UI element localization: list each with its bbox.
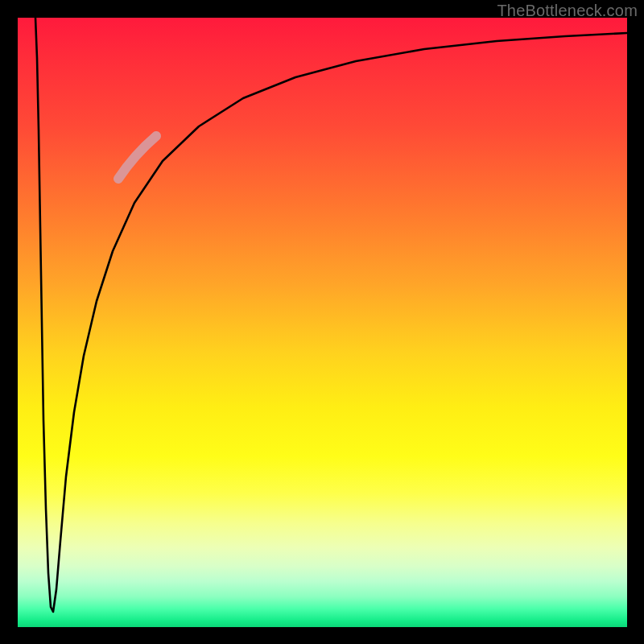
curve-layer [18,18,627,627]
plot-area [18,18,627,627]
curve-main [35,18,627,612]
chart-root: TheBottleneck.com [0,0,644,644]
highlight-segment [118,136,156,179]
